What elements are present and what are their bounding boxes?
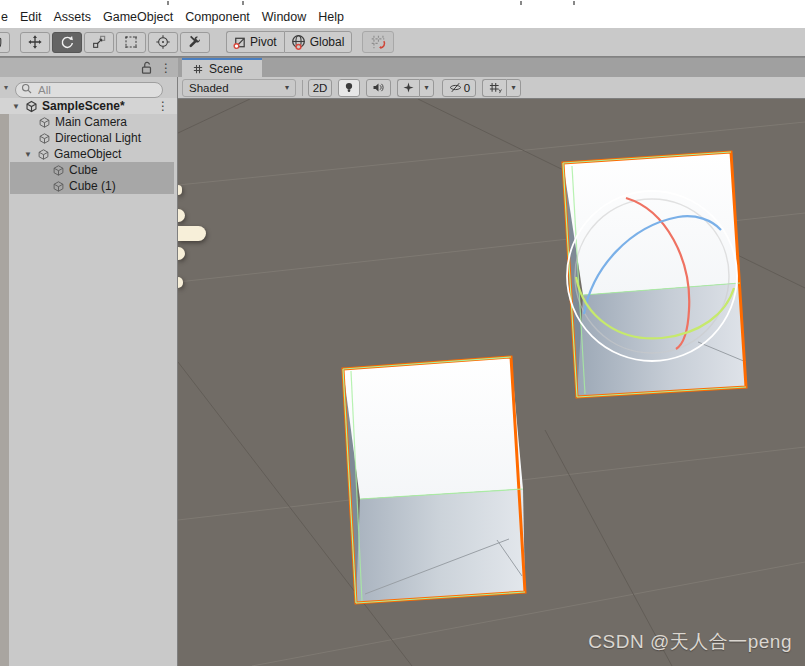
tree-row-scene[interactable]: ▼ SampleScene* ⋮ (0, 98, 178, 114)
menu-assets[interactable]: Assets (48, 10, 98, 24)
caret-down-icon: ▾ (424, 84, 428, 92)
scale-tool-button[interactable] (84, 32, 114, 53)
menu-component[interactable]: Component (179, 10, 256, 24)
grid-snap-icon (369, 33, 387, 51)
tree-item-label: Main Camera (55, 115, 127, 129)
unity-editor-window: e Edit Assets GameObject Component Windo… (0, 0, 805, 666)
overlay-handle[interactable] (178, 226, 206, 241)
scene-lighting-button[interactable] (338, 79, 360, 97)
scene-tab-bar: Scene (178, 58, 805, 78)
tree-item-label: Cube (1) (69, 179, 116, 193)
transform-icon (155, 34, 171, 50)
gameobject-cube-icon (37, 148, 50, 161)
grid-snap-button[interactable] (362, 31, 394, 53)
move-icon (27, 34, 43, 50)
hierarchy-search-input[interactable] (15, 82, 163, 98)
transform-tool-button[interactable] (148, 32, 178, 53)
pivot-label: Pivot (250, 35, 277, 49)
hierarchy-tab-bar: Hierarchy ⋮ (0, 58, 178, 78)
tree-item-label: Directional Light (55, 131, 141, 145)
hand-tool-button[interactable] (0, 32, 10, 53)
search-icon (20, 82, 34, 96)
hierarchy-search-row: ▾ (0, 77, 178, 98)
audio-icon (371, 80, 386, 95)
tree-row-main-camera[interactable]: Main Camera (0, 114, 178, 130)
tree-row-directional-light[interactable]: Directional Light (0, 130, 178, 146)
gameobject-cube-icon (38, 116, 51, 129)
gameobject-cube-icon (52, 164, 65, 177)
scene-canvas (178, 99, 805, 666)
scene-effects-dropdown[interactable]: ▾ (419, 79, 434, 97)
pivot-toggle-button[interactable]: Pivot (226, 31, 284, 53)
caret-down-icon: ▾ (285, 84, 289, 92)
grid-visibility-group: ▾ (482, 79, 521, 97)
tools-icon (187, 34, 203, 50)
hierarchy-panel: ▾ ▼ SampleScene* ⋮ Main Camera Directi (0, 77, 178, 666)
hidden-count: 0 (464, 82, 470, 94)
tree-item-label: GameObject (54, 147, 121, 161)
toolbar-separator (302, 80, 303, 96)
panel-edge-strip (0, 114, 9, 666)
scene-audio-button[interactable] (366, 79, 391, 97)
rect-tool-button[interactable] (116, 32, 146, 53)
hidden-objects-button[interactable]: 0 (442, 79, 476, 97)
grid-visibility-button[interactable] (482, 79, 506, 97)
scene-effects-button[interactable] (397, 79, 419, 97)
scene-row-kebab-icon[interactable]: ⋮ (157, 100, 169, 112)
main-toolbar: Pivot Global (0, 28, 805, 57)
scale-icon (91, 34, 107, 50)
scene-viewport[interactable]: CSDN @天人合一peng (178, 99, 805, 666)
tree-row-cube[interactable]: Cube (0, 162, 178, 178)
effects-icon (401, 80, 416, 95)
unity-scene-icon (25, 100, 38, 113)
global-label: Global (310, 35, 345, 49)
hand-icon (0, 34, 4, 50)
lightbulb-icon (342, 80, 356, 95)
draw-mode-dropdown[interactable]: Shaded ▾ (182, 79, 296, 97)
gameobject-cube-icon (38, 132, 51, 145)
gameobject-cube-icon (52, 180, 65, 193)
rotate-tool-button[interactable] (52, 32, 82, 53)
menu-gameobject[interactable]: GameObject (97, 10, 179, 24)
hierarchy-menu-kebab-icon[interactable]: ⋮ (160, 62, 172, 74)
pivot-icon (232, 35, 247, 50)
eye-hidden-icon (448, 80, 463, 95)
scene-name: SampleScene* (42, 99, 125, 113)
scene-effects-group: ▾ (397, 79, 434, 97)
grid-visibility-dropdown[interactable]: ▾ (506, 79, 521, 97)
scene-panel: Shaded ▾ 2D (178, 77, 805, 666)
menu-edit[interactable]: Edit (14, 10, 48, 24)
menu-file-partial[interactable]: e (0, 10, 14, 24)
grid-icon (192, 63, 204, 75)
scene-view-toolbar: Shaded ▾ 2D (178, 77, 805, 99)
rotate-icon (59, 34, 75, 50)
watermark: CSDN @天人合一peng (588, 629, 792, 655)
tab-strip: Hierarchy ⋮ Scene (0, 57, 805, 77)
search-options-caret-icon[interactable]: ▾ (4, 83, 8, 92)
tree-item-label: Cube (69, 163, 98, 177)
move-tool-button[interactable] (20, 32, 50, 53)
unlock-icon[interactable] (139, 60, 154, 75)
rect-icon (123, 34, 139, 50)
2d-toggle-button[interactable]: 2D (308, 79, 332, 97)
caret-down-icon: ▾ (511, 84, 515, 92)
global-toggle-button[interactable]: Global (284, 31, 353, 53)
scene-tab-label: Scene (209, 62, 243, 76)
pivot-global-group: Pivot Global (226, 31, 352, 53)
custom-tools-button[interactable] (180, 32, 210, 53)
globe-icon (290, 34, 307, 51)
draw-mode-label: Shaded (189, 82, 229, 94)
menu-bar: e Edit Assets GameObject Component Windo… (0, 6, 805, 28)
tab-scene[interactable]: Scene (182, 58, 262, 78)
grid-axis-icon (487, 80, 503, 96)
expander-icon[interactable]: ▼ (12, 102, 21, 111)
menu-window[interactable]: Window (256, 10, 312, 24)
menu-help[interactable]: Help (312, 10, 350, 24)
cube-object[interactable] (343, 357, 525, 603)
tree-row-cube-1[interactable]: Cube (1) (0, 178, 178, 194)
tree-row-gameobject[interactable]: ▼ GameObject (0, 146, 178, 162)
expander-icon[interactable]: ▼ (24, 150, 33, 159)
2d-label: 2D (313, 82, 328, 94)
